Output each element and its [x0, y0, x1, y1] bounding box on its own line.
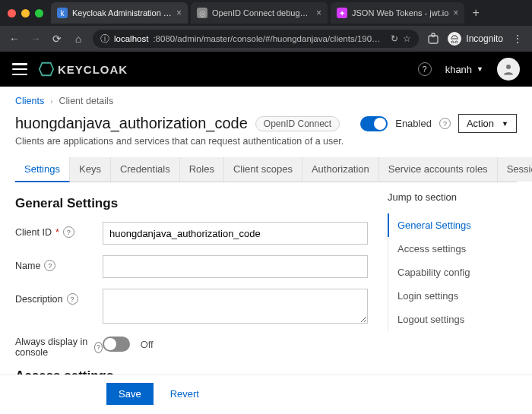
action-label: Action: [467, 118, 494, 129]
forward-icon[interactable]: →: [29, 32, 43, 46]
incognito-label: Incognito: [466, 33, 503, 44]
tab-title: OpenID Connect debugger: [212, 8, 312, 17]
incognito-icon: [448, 32, 461, 46]
always-display-state: Off: [141, 339, 154, 350]
tab-title: JSON Web Tokens - jwt.io: [352, 8, 448, 17]
chevron-down-icon: ▼: [502, 120, 508, 128]
tab-roles[interactable]: Roles: [180, 157, 224, 182]
url-host: localhost: [114, 34, 148, 43]
tab-authorization[interactable]: Authorization: [302, 157, 379, 182]
page-content: Clients › Client details huongdanjava_au…: [0, 87, 532, 414]
keycloak-logo-icon: [38, 61, 55, 77]
svg-marker-2: [40, 63, 53, 76]
name-input[interactable]: [103, 255, 368, 278]
enabled-label: Enabled: [395, 118, 432, 129]
home-icon[interactable]: ⌂: [71, 32, 85, 46]
tab-service-accounts-roles[interactable]: Service accounts roles: [379, 157, 498, 182]
reload-icon[interactable]: ⟳: [50, 32, 64, 46]
protocol-badge: OpenID Connect: [255, 116, 340, 131]
browser-address-bar: ← → ⟳ ⌂ ⓘ localhost :8080/admin/master/c…: [0, 26, 532, 52]
page-title: huongdanjava_authorization_code: [15, 115, 248, 132]
minimize-window-icon[interactable]: [21, 9, 30, 17]
browser-menu-icon[interactable]: ⋮: [511, 32, 524, 46]
url-field[interactable]: ⓘ localhost :8080/admin/master/console/#…: [93, 30, 419, 48]
jump-item-general[interactable]: General Settings: [388, 213, 517, 237]
browser-tab-1[interactable]: ◎ OpenID Connect debugger ×: [191, 2, 328, 24]
menu-toggle-button[interactable]: [12, 63, 27, 75]
help-icon[interactable]: ?: [418, 62, 432, 76]
browser-tab-2[interactable]: ✦ JSON Web Tokens - jwt.io ×: [331, 2, 464, 24]
tab-sessions[interactable]: Sessions: [498, 157, 532, 182]
help-icon[interactable]: ?: [63, 226, 74, 238]
url-path: :8080/admin/master/console/#/huongdanjav…: [153, 34, 382, 43]
tab-client-scopes[interactable]: Client scopes: [224, 157, 302, 182]
star-icon[interactable]: ☆: [403, 33, 411, 44]
brand-text: KEYCLOAK: [58, 63, 128, 76]
tab-title: Keycloak Administration Cons: [72, 8, 172, 17]
svg-point-3: [506, 65, 511, 69]
page-subtitle: Clients are applications and services th…: [15, 136, 517, 147]
site-info-icon[interactable]: ⓘ: [100, 33, 109, 45]
action-dropdown[interactable]: Action ▼: [458, 114, 517, 133]
help-icon[interactable]: ?: [67, 293, 78, 305]
favicon-icon: k: [57, 8, 68, 18]
tab-credentials[interactable]: Credentials: [111, 157, 180, 182]
jump-item-access[interactable]: Access settings: [388, 237, 517, 261]
close-window-icon[interactable]: [8, 9, 16, 17]
breadcrumb: Clients › Client details: [15, 96, 517, 106]
description-input[interactable]: [103, 289, 368, 324]
jump-item-logout[interactable]: Logout settings: [388, 308, 517, 331]
favicon-icon: ✦: [337, 8, 347, 18]
favicon-icon: ◎: [197, 8, 207, 18]
browser-tab-0[interactable]: k Keycloak Administration Cons ×: [51, 2, 188, 24]
browser-tab-strip: k Keycloak Administration Cons × ◎ OpenI…: [0, 0, 532, 26]
sync-icon[interactable]: ↻: [391, 33, 398, 44]
required-indicator: *: [55, 227, 59, 238]
description-label: Description ?: [15, 289, 103, 305]
client-id-label: Client ID * ?: [15, 222, 103, 238]
close-tab-icon[interactable]: ×: [316, 8, 321, 18]
user-name: khanh: [445, 64, 472, 75]
browser-chrome: k Keycloak Administration Cons × ◎ OpenI…: [0, 0, 532, 52]
window-controls: [5, 9, 48, 17]
app-header: KEYCLOAK ? khanh ▼: [0, 52, 532, 87]
chevron-down-icon: ▼: [477, 65, 483, 73]
back-icon[interactable]: ←: [8, 32, 21, 46]
jump-item-login[interactable]: Login settings: [388, 284, 517, 308]
section-general-settings: General Settings: [15, 196, 368, 211]
settings-form: General Settings Client ID * ? Name ?: [15, 191, 368, 394]
help-icon[interactable]: ?: [94, 342, 103, 353]
breadcrumb-current: Client details: [59, 96, 114, 106]
form-footer: Save Revert: [0, 374, 532, 414]
tab-settings[interactable]: Settings: [15, 157, 70, 182]
user-menu[interactable]: khanh ▼: [445, 64, 483, 75]
save-button[interactable]: Save: [106, 383, 154, 405]
help-icon[interactable]: ?: [439, 118, 451, 129]
client-tabs: Settings Keys Credentials Roles Client s…: [15, 157, 517, 182]
client-id-input[interactable]: [103, 222, 368, 245]
jump-to-section: Jump to section General Settings Access …: [388, 191, 517, 394]
breadcrumb-root[interactable]: Clients: [15, 96, 44, 106]
help-icon[interactable]: ?: [44, 260, 55, 271]
extensions-icon[interactable]: [426, 32, 440, 46]
maximize-window-icon[interactable]: [35, 9, 43, 17]
jump-heading: Jump to section: [388, 191, 517, 203]
always-display-label: Always display in console ?: [15, 337, 103, 358]
title-row: huongdanjava_authorization_code OpenID C…: [15, 114, 517, 133]
name-label: Name ?: [15, 255, 103, 271]
tab-keys[interactable]: Keys: [70, 157, 111, 182]
close-tab-icon[interactable]: ×: [453, 8, 458, 18]
new-tab-button[interactable]: +: [467, 6, 483, 20]
incognito-indicator: Incognito: [448, 32, 503, 46]
enabled-toggle[interactable]: [360, 116, 388, 131]
close-tab-icon[interactable]: ×: [176, 8, 182, 18]
avatar[interactable]: [497, 58, 520, 81]
revert-button[interactable]: Revert: [170, 388, 199, 400]
svg-rect-1: [432, 33, 435, 36]
brand-logo[interactable]: KEYCLOAK: [38, 61, 128, 77]
jump-item-capability[interactable]: Capability config: [388, 261, 517, 284]
always-display-toggle[interactable]: [103, 337, 130, 352]
chevron-right-icon: ›: [50, 97, 52, 106]
